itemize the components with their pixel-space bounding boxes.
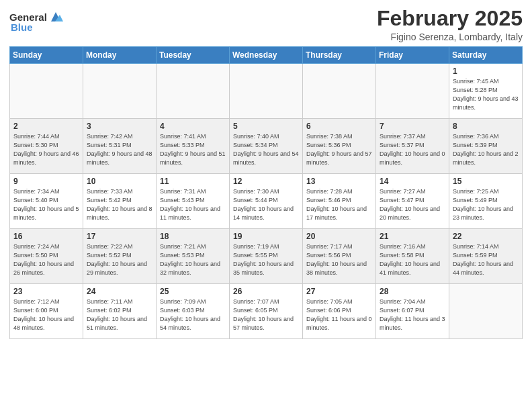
day-info: Sunrise: 7:27 AM Sunset: 5:47 PM Dayligh… xyxy=(380,187,445,222)
day-number: 6 xyxy=(306,122,372,131)
table-row: 6Sunrise: 7:38 AM Sunset: 5:36 PM Daylig… xyxy=(303,119,376,174)
day-info: Sunrise: 7:11 AM Sunset: 6:02 PM Dayligh… xyxy=(87,298,152,332)
table-row: 3Sunrise: 7:42 AM Sunset: 5:31 PM Daylig… xyxy=(83,119,157,174)
day-info: Sunrise: 7:17 AM Sunset: 5:56 PM Dayligh… xyxy=(306,242,372,277)
col-tuesday: Tuesday xyxy=(157,47,230,64)
day-info: Sunrise: 7:31 AM Sunset: 5:43 PM Dayligh… xyxy=(160,187,226,222)
day-info: Sunrise: 7:36 AM Sunset: 5:39 PM Dayligh… xyxy=(453,132,519,167)
calendar-week-row: 16Sunrise: 7:24 AM Sunset: 5:50 PM Dayli… xyxy=(10,229,523,284)
table-row: 28Sunrise: 7:04 AM Sunset: 6:07 PM Dayli… xyxy=(376,284,449,339)
day-number: 10 xyxy=(87,177,152,186)
day-info: Sunrise: 7:37 AM Sunset: 5:37 PM Dayligh… xyxy=(380,132,445,167)
day-number: 28 xyxy=(380,287,445,296)
table-row: 1Sunrise: 7:45 AM Sunset: 5:28 PM Daylig… xyxy=(449,64,523,119)
title-block: February 2025 Figino Serenza, Lombardy, … xyxy=(377,7,523,42)
day-info: Sunrise: 7:28 AM Sunset: 5:46 PM Dayligh… xyxy=(306,187,372,222)
calendar-week-row: 9Sunrise: 7:34 AM Sunset: 5:40 PM Daylig… xyxy=(10,174,523,229)
col-thursday: Thursday xyxy=(303,47,376,64)
day-info: Sunrise: 7:24 AM Sunset: 5:50 PM Dayligh… xyxy=(13,242,79,277)
table-row: 22Sunrise: 7:14 AM Sunset: 5:59 PM Dayli… xyxy=(449,229,523,284)
table-row: 11Sunrise: 7:31 AM Sunset: 5:43 PM Dayli… xyxy=(157,174,230,229)
day-info: Sunrise: 7:30 AM Sunset: 5:44 PM Dayligh… xyxy=(233,187,299,222)
table-row xyxy=(10,64,83,119)
day-number: 12 xyxy=(233,177,299,186)
table-row xyxy=(303,64,376,119)
day-info: Sunrise: 7:25 AM Sunset: 5:49 PM Dayligh… xyxy=(453,187,519,222)
header: General Blue February 2025 Figino Serenz… xyxy=(9,7,523,42)
table-row: 24Sunrise: 7:11 AM Sunset: 6:02 PM Dayli… xyxy=(83,284,157,339)
table-row: 4Sunrise: 7:41 AM Sunset: 5:33 PM Daylig… xyxy=(157,119,230,174)
day-info: Sunrise: 7:12 AM Sunset: 6:00 PM Dayligh… xyxy=(13,298,79,332)
day-info: Sunrise: 7:38 AM Sunset: 5:36 PM Dayligh… xyxy=(306,132,372,167)
table-row: 15Sunrise: 7:25 AM Sunset: 5:49 PM Dayli… xyxy=(449,174,523,229)
day-number: 15 xyxy=(453,177,519,186)
table-row xyxy=(376,64,449,119)
table-row: 25Sunrise: 7:09 AM Sunset: 6:03 PM Dayli… xyxy=(157,284,230,339)
day-number: 2 xyxy=(13,122,79,131)
logo-blue: Blue xyxy=(11,21,33,33)
table-row: 13Sunrise: 7:28 AM Sunset: 5:46 PM Dayli… xyxy=(303,174,376,229)
table-row: 26Sunrise: 7:07 AM Sunset: 6:05 PM Dayli… xyxy=(230,284,303,339)
col-sunday: Sunday xyxy=(10,47,83,64)
calendar-header-row: Sunday Monday Tuesday Wednesday Thursday… xyxy=(10,47,523,64)
month-title: February 2025 xyxy=(377,7,523,30)
day-info: Sunrise: 7:05 AM Sunset: 6:06 PM Dayligh… xyxy=(306,298,372,332)
day-info: Sunrise: 7:09 AM Sunset: 6:03 PM Dayligh… xyxy=(160,298,226,332)
table-row: 9Sunrise: 7:34 AM Sunset: 5:40 PM Daylig… xyxy=(10,174,83,229)
logo: General Blue xyxy=(9,9,63,33)
day-info: Sunrise: 7:19 AM Sunset: 5:55 PM Dayligh… xyxy=(233,242,299,277)
day-info: Sunrise: 7:07 AM Sunset: 6:05 PM Dayligh… xyxy=(233,298,299,332)
day-info: Sunrise: 7:14 AM Sunset: 5:59 PM Dayligh… xyxy=(453,242,519,277)
table-row: 10Sunrise: 7:33 AM Sunset: 5:42 PM Dayli… xyxy=(83,174,157,229)
table-row: 8Sunrise: 7:36 AM Sunset: 5:39 PM Daylig… xyxy=(449,119,523,174)
day-number: 3 xyxy=(87,122,152,131)
day-info: Sunrise: 7:16 AM Sunset: 5:58 PM Dayligh… xyxy=(380,242,445,277)
table-row xyxy=(83,64,157,119)
day-number: 8 xyxy=(453,122,519,131)
calendar-week-row: 2Sunrise: 7:44 AM Sunset: 5:30 PM Daylig… xyxy=(10,119,523,174)
day-info: Sunrise: 7:04 AM Sunset: 6:07 PM Dayligh… xyxy=(380,298,445,332)
calendar: Sunday Monday Tuesday Wednesday Thursday… xyxy=(9,46,523,339)
day-info: Sunrise: 7:21 AM Sunset: 5:53 PM Dayligh… xyxy=(160,242,226,277)
day-number: 14 xyxy=(380,177,445,186)
day-info: Sunrise: 7:40 AM Sunset: 5:34 PM Dayligh… xyxy=(233,132,299,167)
logo-general: General xyxy=(9,11,47,23)
table-row: 21Sunrise: 7:16 AM Sunset: 5:58 PM Dayli… xyxy=(376,229,449,284)
table-row xyxy=(449,284,523,339)
day-info: Sunrise: 7:33 AM Sunset: 5:42 PM Dayligh… xyxy=(87,187,152,222)
table-row: 2Sunrise: 7:44 AM Sunset: 5:30 PM Daylig… xyxy=(10,119,83,174)
page-container: General Blue February 2025 Figino Serenz… xyxy=(0,0,532,345)
day-number: 13 xyxy=(306,177,372,186)
day-info: Sunrise: 7:34 AM Sunset: 5:40 PM Dayligh… xyxy=(13,187,79,222)
day-number: 23 xyxy=(13,287,79,296)
day-number: 4 xyxy=(160,122,226,131)
day-number: 25 xyxy=(160,287,226,296)
table-row: 20Sunrise: 7:17 AM Sunset: 5:56 PM Dayli… xyxy=(303,229,376,284)
day-info: Sunrise: 7:45 AM Sunset: 5:28 PM Dayligh… xyxy=(453,77,519,112)
table-row: 19Sunrise: 7:19 AM Sunset: 5:55 PM Dayli… xyxy=(230,229,303,284)
day-number: 22 xyxy=(453,232,519,241)
day-number: 18 xyxy=(160,232,226,241)
day-number: 5 xyxy=(233,122,299,131)
table-row: 7Sunrise: 7:37 AM Sunset: 5:37 PM Daylig… xyxy=(376,119,449,174)
logo-icon xyxy=(48,9,63,24)
day-number: 26 xyxy=(233,287,299,296)
table-row: 18Sunrise: 7:21 AM Sunset: 5:53 PM Dayli… xyxy=(157,229,230,284)
day-number: 19 xyxy=(233,232,299,241)
table-row xyxy=(157,64,230,119)
table-row: 23Sunrise: 7:12 AM Sunset: 6:00 PM Dayli… xyxy=(10,284,83,339)
table-row: 16Sunrise: 7:24 AM Sunset: 5:50 PM Dayli… xyxy=(10,229,83,284)
table-row: 27Sunrise: 7:05 AM Sunset: 6:06 PM Dayli… xyxy=(303,284,376,339)
table-row xyxy=(230,64,303,119)
table-row: 5Sunrise: 7:40 AM Sunset: 5:34 PM Daylig… xyxy=(230,119,303,174)
day-number: 1 xyxy=(453,66,519,76)
day-number: 9 xyxy=(13,177,79,186)
day-info: Sunrise: 7:22 AM Sunset: 5:52 PM Dayligh… xyxy=(87,242,152,277)
col-wednesday: Wednesday xyxy=(230,47,303,64)
day-number: 16 xyxy=(13,232,79,241)
day-number: 24 xyxy=(87,287,152,296)
table-row: 12Sunrise: 7:30 AM Sunset: 5:44 PM Dayli… xyxy=(230,174,303,229)
col-saturday: Saturday xyxy=(449,47,523,64)
day-number: 7 xyxy=(380,122,445,131)
day-number: 20 xyxy=(306,232,372,241)
